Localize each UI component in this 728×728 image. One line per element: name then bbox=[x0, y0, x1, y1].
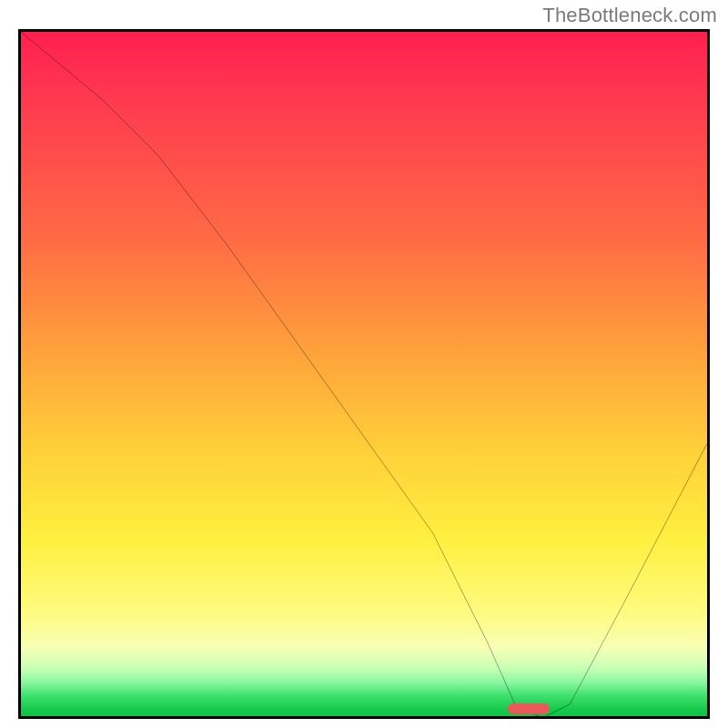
chart-frame bbox=[18, 29, 710, 719]
optimum-marker bbox=[508, 703, 550, 714]
bottleneck-curve bbox=[21, 32, 707, 718]
watermark-text: TheBottleneck.com bbox=[542, 4, 717, 27]
